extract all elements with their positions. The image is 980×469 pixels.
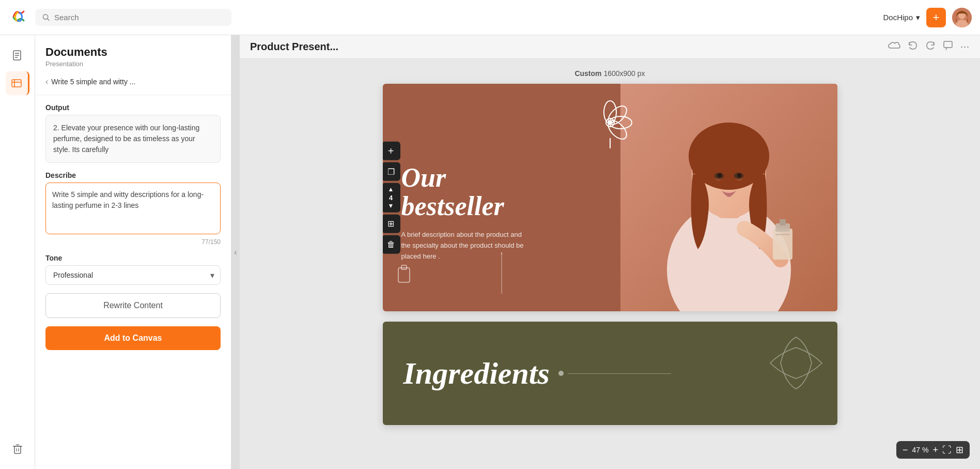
svg-line-2 xyxy=(48,19,49,20)
svg-rect-26 xyxy=(398,268,410,282)
main-layout: Documents Presentation ‹ Write 5 simple … xyxy=(0,35,980,469)
breadcrumb[interactable]: ‹ Write 5 simple and witty ... xyxy=(35,72,231,95)
svg-rect-43 xyxy=(780,219,786,225)
slide-1[interactable]: Our bestseller A brief description about… xyxy=(383,84,837,311)
icon-sidebar xyxy=(0,35,35,469)
svg-point-0 xyxy=(8,6,29,27)
svg-rect-10 xyxy=(12,80,21,87)
svg-point-40 xyxy=(737,173,741,177)
describe-textarea[interactable]: Write 5 simple and witty descriptions fo… xyxy=(45,183,221,234)
slide-1-title-line1: Our xyxy=(401,164,602,192)
dochipo-dropdown[interactable]: DocHipo ▾ xyxy=(883,13,920,22)
page-up-icon[interactable]: ▲ xyxy=(388,185,394,194)
svg-rect-41 xyxy=(773,229,792,260)
size-type: Custom xyxy=(574,69,601,78)
describe-section: Describe Write 5 simple and witty descri… xyxy=(45,171,221,246)
search-input[interactable] xyxy=(54,13,224,22)
slide-1-image-inner xyxy=(620,84,837,311)
more-options-icon[interactable]: ··· xyxy=(960,41,970,52)
output-section: Output 2. Elevate your presence with our… xyxy=(45,103,221,163)
svg-rect-18 xyxy=(944,41,952,48)
svg-rect-44 xyxy=(775,234,790,235)
vertical-toolbar: + ❐ ▲ 4 ▼ ⊞ 🗑 xyxy=(383,142,400,254)
output-text: 2. Elevate your presence with our long-l… xyxy=(53,124,199,154)
grid-view-button[interactable]: ⊞ xyxy=(383,214,400,233)
char-count: 77/150 xyxy=(45,238,221,246)
tone-label: Tone xyxy=(45,254,221,262)
canvas-actions: ··· xyxy=(888,40,970,53)
svg-point-24 xyxy=(609,121,612,124)
rewrite-content-button[interactable]: Rewrite Content xyxy=(45,293,221,318)
size-value: 1600x900 px xyxy=(603,69,645,78)
describe-label: Describe xyxy=(45,171,221,179)
svg-rect-13 xyxy=(14,446,21,453)
chevron-down-icon: ▾ xyxy=(916,13,920,22)
dochipo-label: DocHipo xyxy=(883,13,913,22)
back-arrow-icon: ‹ xyxy=(45,77,48,86)
copy-element-button[interactable]: ❐ xyxy=(383,162,400,181)
breadcrumb-text: Write 5 simple and witty ... xyxy=(51,78,135,86)
collapse-icon: ‹ xyxy=(234,248,237,257)
collapse-handle[interactable]: ‹ xyxy=(231,35,240,469)
document-title: Product Present... xyxy=(250,41,338,53)
page-number: 4 xyxy=(389,194,393,202)
undo-icon[interactable] xyxy=(908,40,918,53)
add-to-canvas-button[interactable]: Add to Canvas xyxy=(45,326,221,350)
sidebar-item-ai[interactable] xyxy=(6,71,29,95)
cloud-save-icon[interactable] xyxy=(888,41,900,53)
topbar: DocHipo ▾ + xyxy=(0,0,980,35)
zoom-out-icon[interactable]: − xyxy=(903,445,908,456)
search-bar[interactable] xyxy=(35,9,231,26)
slide-1-image xyxy=(620,84,837,311)
sidebar-item-documents[interactable] xyxy=(6,43,29,67)
zoom-in-icon[interactable]: + xyxy=(932,445,938,456)
canvas-toolbar: Product Present... xyxy=(240,35,980,59)
svg-point-29 xyxy=(501,252,502,254)
tone-section: Tone Professional Casual Formal Witty In… xyxy=(45,254,221,285)
panel-header: Documents Presentation xyxy=(35,35,231,72)
output-label: Output xyxy=(45,103,221,112)
page-nav[interactable]: ▲ 4 ▼ xyxy=(383,183,400,213)
panel-content: Output 2. Elevate your presence with our… xyxy=(35,95,231,469)
panel-subtitle: Presentation xyxy=(45,60,221,68)
flower-decoration xyxy=(579,94,641,153)
tone-wrapper: Professional Casual Formal Witty Inspira… xyxy=(45,265,221,285)
canvas-area: Product Present... xyxy=(240,35,980,469)
canvas-size-label: Custom 1600x900 px xyxy=(574,69,645,78)
output-box: 2. Elevate your presence with our long-l… xyxy=(45,115,221,163)
slide-1-title: Our bestseller xyxy=(401,164,602,220)
slide-2[interactable]: Ingredients xyxy=(383,322,837,425)
plus-icon: + xyxy=(933,11,940,24)
delete-slide-button[interactable]: 🗑 xyxy=(383,235,400,253)
zoom-level: 47 % xyxy=(912,446,929,454)
left-panel: Documents Presentation ‹ Write 5 simple … xyxy=(35,35,231,469)
grid-view-icon[interactable]: ⊞ xyxy=(956,444,963,456)
search-icon xyxy=(42,13,50,22)
redo-icon[interactable] xyxy=(925,40,936,53)
svg-point-39 xyxy=(718,173,722,177)
app-logo[interactable] xyxy=(8,6,29,29)
topbar-right: DocHipo ▾ + xyxy=(883,8,972,27)
tone-select[interactable]: Professional Casual Formal Witty Inspira… xyxy=(45,265,221,285)
zoom-bar: − 47 % + ⛶ ⊞ xyxy=(896,441,970,459)
slide-1-title-line2: bestseller xyxy=(401,192,602,221)
panel-title: Documents xyxy=(45,46,221,59)
canvas-scroll[interactable]: Custom 1600x900 px xyxy=(240,59,980,469)
slide-1-description: A brief description about the product an… xyxy=(401,230,525,262)
sidebar-item-trash[interactable] xyxy=(6,437,29,461)
add-element-button[interactable]: + xyxy=(383,142,400,160)
page-down-icon[interactable]: ▼ xyxy=(388,202,394,210)
user-avatar[interactable] xyxy=(952,8,972,27)
fullscreen-icon[interactable]: ⛶ xyxy=(942,445,952,456)
comment-icon[interactable] xyxy=(943,40,953,53)
slide-2-title: Ingredients xyxy=(403,356,550,391)
add-new-button[interactable]: + xyxy=(926,8,946,27)
